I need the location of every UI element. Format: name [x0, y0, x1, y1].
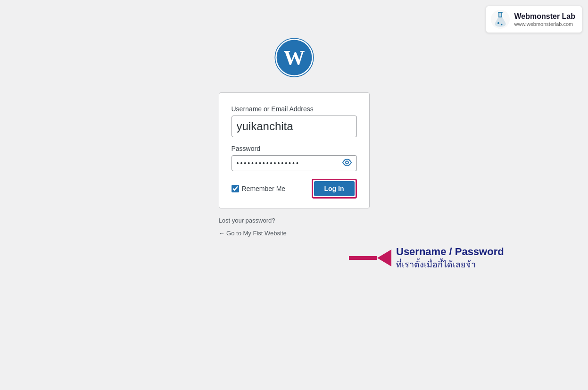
svg-point-8 — [346, 161, 348, 164]
login-button-wrapper: Log In — [312, 179, 357, 199]
annotation-line1: Username / Password — [396, 245, 504, 259]
brand-url: www.webmonsterlab.com — [514, 21, 576, 27]
annotation-line2: ที่เราตั้งเมื่อกี้ได้เลยจ้า — [396, 259, 504, 271]
password-wrapper — [232, 155, 357, 171]
password-group: Password — [232, 145, 357, 171]
form-footer: Remember Me Log In — [232, 179, 357, 199]
remember-me-text: Remember Me — [242, 185, 286, 192]
eye-icon — [342, 159, 352, 166]
lab-flask-icon — [491, 10, 510, 29]
login-form-card: Username or Email Address Password — [219, 92, 370, 208]
password-toggle-button[interactable] — [342, 159, 352, 168]
login-links: Lost your password? ← Go to My Fist Webs… — [219, 217, 370, 242]
login-button[interactable]: Log In — [314, 181, 355, 196]
password-label: Password — [232, 145, 357, 152]
login-page: W Username or Email Address Password — [0, 0, 588, 242]
arrow-body — [349, 256, 377, 260]
svg-text:W: W — [283, 46, 305, 69]
lost-password-link[interactable]: Lost your password? — [219, 217, 370, 224]
brand-name: Webmonster Lab — [514, 12, 576, 21]
arrow-head — [377, 249, 391, 266]
annotation-text: Username / Password ที่เราตั้งเมื่อกี้ได… — [396, 245, 504, 271]
brand-text: Webmonster Lab www.webmonsterlab.com — [514, 12, 576, 26]
annotation-arrow: Username / Password ที่เราตั้งเมื่อกี้ได… — [349, 245, 504, 271]
username-label: Username or Email Address — [232, 105, 357, 113]
remember-me-label[interactable]: Remember Me — [232, 185, 286, 192]
svg-point-3 — [501, 24, 502, 25]
username-input[interactable] — [232, 116, 357, 137]
brand-badge: Webmonster Lab www.webmonsterlab.com — [486, 6, 583, 33]
back-to-site-link[interactable]: ← Go to My Fist Website — [219, 230, 370, 237]
svg-point-2 — [497, 22, 499, 24]
remember-me-checkbox[interactable] — [232, 185, 239, 192]
wordpress-logo: W — [274, 38, 314, 79]
password-input[interactable] — [232, 155, 357, 171]
username-group: Username or Email Address — [232, 105, 357, 137]
